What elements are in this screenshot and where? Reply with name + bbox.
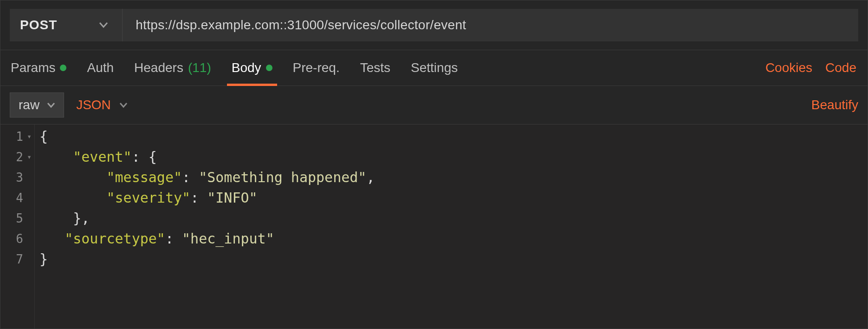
body-subbar: raw JSON Beautify bbox=[0, 86, 868, 125]
line-number: 1 bbox=[16, 126, 23, 147]
code-line: }, bbox=[35, 208, 868, 229]
code-line: } bbox=[35, 249, 868, 270]
request-tabs-left: Params Auth Headers (11) Body Pre-req. T… bbox=[0, 50, 468, 86]
body-mode-value: raw bbox=[19, 98, 39, 112]
beautify-button[interactable]: Beautify bbox=[811, 98, 858, 112]
url-input-wrap bbox=[123, 9, 858, 41]
fold-toggle-icon[interactable]: ▾ bbox=[25, 147, 32, 167]
tab-label: Body bbox=[232, 60, 261, 75]
code-link[interactable]: Code bbox=[825, 60, 856, 75]
line-number: 7 bbox=[16, 249, 23, 270]
chevron-down-icon bbox=[119, 102, 128, 108]
code-line: "severity": "INFO" bbox=[35, 188, 868, 208]
status-dot-icon bbox=[60, 65, 66, 71]
tab-body[interactable]: Body bbox=[221, 50, 283, 86]
request-panel: POST Params Auth Headers (11) Body bbox=[0, 0, 868, 329]
body-editor[interactable]: 1▾ 2▾ 3 4 5 6 7 { "event": { "message": … bbox=[0, 125, 868, 329]
request-bar: POST bbox=[0, 0, 868, 50]
tab-count: (11) bbox=[188, 60, 211, 75]
body-content-type-value: JSON bbox=[76, 98, 111, 112]
tab-label: Tests bbox=[360, 60, 390, 75]
code-line: { bbox=[35, 126, 868, 147]
cookies-link[interactable]: Cookies bbox=[765, 60, 812, 75]
line-number: 5 bbox=[16, 208, 23, 229]
tab-label: Headers bbox=[134, 60, 183, 75]
editor-gutter: 1▾ 2▾ 3 4 5 6 7 bbox=[0, 125, 35, 329]
tab-prereq[interactable]: Pre-req. bbox=[283, 50, 350, 86]
code-line: "sourcetype": "hec_input" bbox=[35, 229, 868, 249]
tab-label: Params bbox=[11, 60, 55, 75]
editor-code-area[interactable]: { "event": { "message": "Something happe… bbox=[35, 125, 868, 329]
http-method-select[interactable]: POST bbox=[10, 9, 123, 41]
tab-label: Auth bbox=[87, 60, 114, 75]
tab-tests[interactable]: Tests bbox=[350, 50, 401, 86]
http-method-value: POST bbox=[20, 18, 57, 33]
tab-headers[interactable]: Headers (11) bbox=[124, 50, 221, 86]
request-tabs-right: Cookies Code bbox=[765, 60, 858, 75]
line-number: 2 bbox=[16, 147, 23, 167]
code-line: "message": "Something happened", bbox=[35, 167, 868, 188]
line-number: 6 bbox=[16, 229, 23, 249]
fold-toggle-icon[interactable]: ▾ bbox=[25, 126, 32, 147]
tab-label: Pre-req. bbox=[293, 60, 340, 75]
body-mode-select[interactable]: raw bbox=[10, 92, 64, 118]
code-line: "event": { bbox=[35, 147, 868, 167]
line-number: 3 bbox=[16, 167, 23, 188]
request-tabs: Params Auth Headers (11) Body Pre-req. T… bbox=[0, 50, 868, 86]
chevron-down-icon bbox=[99, 22, 108, 28]
request-url-input[interactable] bbox=[136, 18, 845, 33]
status-dot-icon bbox=[266, 65, 272, 71]
tab-params[interactable]: Params bbox=[0, 50, 77, 86]
line-number: 4 bbox=[16, 188, 23, 208]
body-content-type-select[interactable]: JSON bbox=[76, 98, 128, 112]
tab-label: Settings bbox=[411, 60, 458, 75]
tab-auth[interactable]: Auth bbox=[77, 50, 124, 86]
chevron-down-icon bbox=[47, 102, 55, 108]
tab-settings[interactable]: Settings bbox=[401, 50, 468, 86]
